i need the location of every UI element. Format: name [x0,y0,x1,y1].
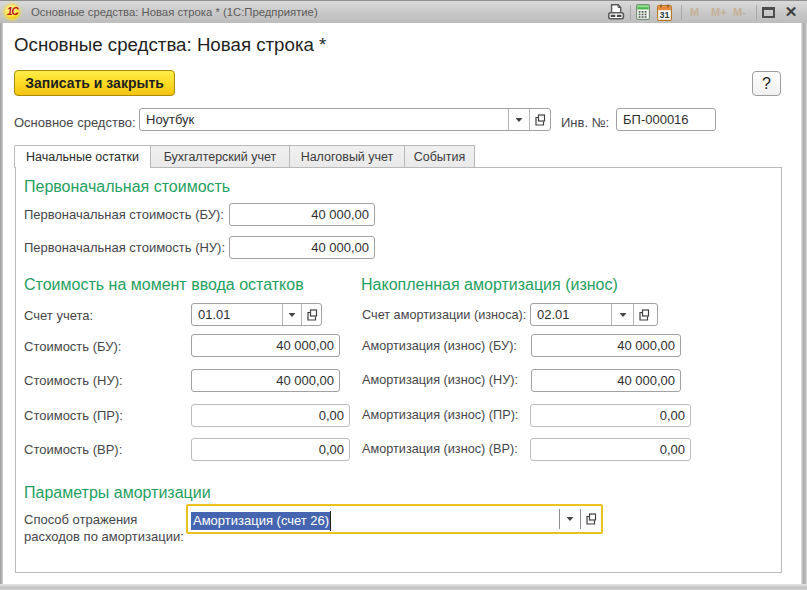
svg-text:31: 31 [659,10,669,20]
